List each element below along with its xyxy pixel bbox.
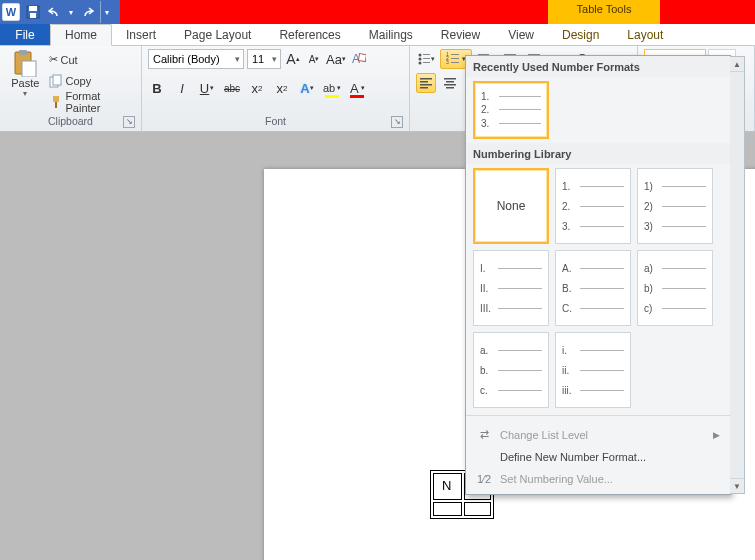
font-launcher[interactable]: ↘ (391, 116, 403, 128)
library-tile-roman-lower[interactable]: i. ii. iii. (555, 332, 631, 408)
library-tile-decimal-dot[interactable]: 1. 2. 3. (555, 168, 631, 244)
format-painter-button[interactable]: Format Painter (49, 91, 135, 112)
cmd-change-list-level[interactable]: ⇄ Change List Level ▶ (468, 423, 728, 446)
cmd-define-new-format[interactable]: Define New Number Format... (468, 446, 728, 468)
group-clipboard: Paste ▾ ✂ Cut Copy Format Painter Clipbo… (0, 46, 142, 131)
library-tile-none[interactable]: None (473, 168, 549, 244)
svg-point-14 (419, 58, 422, 61)
table-cell-a1[interactable]: N (433, 473, 462, 500)
font-group-label: Font (265, 115, 286, 127)
clipboard-launcher[interactable]: ↘ (123, 116, 135, 128)
scroll-up-icon[interactable]: ▲ (730, 57, 744, 72)
undo-split-icon[interactable]: ▾ (66, 1, 76, 23)
superscript-button[interactable]: x2 (273, 78, 291, 98)
clear-formatting-button[interactable]: A (349, 49, 367, 69)
app-icon[interactable]: W (0, 1, 22, 23)
svg-rect-2 (30, 13, 36, 18)
align-left-button[interactable] (416, 73, 436, 93)
change-case-button[interactable]: Aa▾ (326, 49, 346, 69)
library-tile-decimal-paren[interactable]: 1) 2) 3) (637, 168, 713, 244)
bullets-button[interactable]: ▾ (416, 49, 436, 69)
grow-font-button[interactable]: A▴ (284, 49, 302, 69)
table-cell-b2[interactable] (464, 502, 491, 516)
svg-rect-38 (446, 81, 454, 83)
svg-rect-1 (29, 6, 37, 11)
tab-mailings[interactable]: Mailings (355, 24, 427, 45)
change-level-icon: ⇄ (476, 428, 492, 441)
save-button[interactable] (22, 1, 44, 23)
scissors-icon: ✂ (49, 53, 58, 66)
library-tile-alpha-upper[interactable]: A. B. C. (555, 250, 631, 326)
change-level-label: Change List Level (500, 429, 588, 441)
ribbon-tabs: File Home Insert Page Layout References … (0, 24, 755, 46)
redo-button[interactable] (76, 1, 98, 23)
svg-rect-11 (358, 54, 366, 62)
tab-review[interactable]: Review (427, 24, 494, 45)
svg-rect-23 (451, 62, 459, 63)
dropdown-separator (466, 415, 730, 416)
tab-layout[interactable]: Layout (613, 24, 677, 45)
format-painter-label: Format Painter (66, 90, 135, 114)
title-bar: W ▾ ▾ Table Tools (0, 0, 755, 24)
set-value-icon: 1⁄2 (476, 473, 492, 485)
tab-view[interactable]: View (494, 24, 548, 45)
cut-button[interactable]: ✂ Cut (49, 49, 135, 70)
svg-point-16 (419, 62, 422, 65)
paste-button[interactable]: Paste ▾ (6, 49, 45, 98)
font-size-value: 11 (252, 53, 264, 65)
numbering-dropdown: ▲ ▼ Recently Used Number Formats 1. 2. 3… (465, 55, 731, 495)
svg-text:3: 3 (446, 59, 449, 65)
svg-rect-36 (420, 87, 428, 89)
qat-customize-icon[interactable]: ▾ (100, 1, 112, 23)
tab-home[interactable]: Home (50, 24, 112, 46)
tab-design[interactable]: Design (548, 24, 613, 45)
text-effects-button[interactable]: A▾ (298, 78, 316, 98)
font-family-value: Calibri (Body) (153, 53, 220, 65)
brush-icon (49, 95, 63, 109)
recent-formats-header: Recently Used Number Formats (466, 56, 730, 77)
font-size-select[interactable]: 11 (247, 49, 281, 69)
library-header: Numbering Library (466, 143, 730, 164)
shrink-font-button[interactable]: A▾ (305, 49, 323, 69)
library-tile-alpha-lower-dot[interactable]: a. b. c. (473, 332, 549, 408)
copy-button[interactable]: Copy (49, 70, 135, 91)
svg-rect-9 (55, 102, 57, 108)
align-center-button[interactable] (440, 73, 460, 93)
submenu-arrow-icon: ▶ (713, 430, 720, 440)
underline-button[interactable]: U▾ (198, 78, 216, 98)
svg-rect-39 (444, 84, 456, 86)
recent-format-tile[interactable]: 1. 2. 3. (473, 81, 549, 139)
scroll-down-icon[interactable]: ▼ (730, 478, 744, 493)
svg-rect-19 (451, 54, 459, 55)
clipboard-group-label: Clipboard (48, 115, 93, 127)
svg-rect-7 (53, 75, 61, 85)
cmd-set-numbering-value[interactable]: 1⁄2 Set Numbering Value... (468, 468, 728, 490)
bold-button[interactable]: B (148, 78, 166, 98)
svg-rect-17 (423, 62, 430, 63)
undo-button[interactable] (44, 1, 66, 23)
define-format-label: Define New Number Format... (500, 451, 646, 463)
tab-page-layout[interactable]: Page Layout (170, 24, 265, 45)
italic-button[interactable]: I (173, 78, 191, 98)
svg-rect-21 (451, 58, 459, 59)
cut-label: Cut (61, 54, 78, 66)
svg-rect-8 (53, 96, 59, 102)
table-tools-label: Table Tools (556, 3, 652, 15)
tab-references[interactable]: References (265, 24, 354, 45)
subscript-button[interactable]: x2 (248, 78, 266, 98)
group-font: Calibri (Body) 11 A▴ A▾ Aa▾ A B I U▾ abc… (142, 46, 410, 131)
table-cell-a2[interactable] (433, 502, 462, 516)
library-tile-roman-upper[interactable]: I. II. III. (473, 250, 549, 326)
set-value-label: Set Numbering Value... (500, 473, 613, 485)
tab-file[interactable]: File (0, 24, 50, 45)
font-family-select[interactable]: Calibri (Body) (148, 49, 244, 69)
paste-label: Paste (11, 77, 39, 89)
dropdown-scrollbar[interactable]: ▲ ▼ (730, 56, 745, 494)
svg-rect-5 (22, 61, 36, 77)
tab-insert[interactable]: Insert (112, 24, 170, 45)
strike-button[interactable]: abc (223, 78, 241, 98)
font-color-button[interactable]: A▾ (348, 78, 366, 98)
highlight-button[interactable]: ab▾ (323, 78, 341, 98)
paste-icon (10, 49, 40, 77)
library-tile-alpha-lower-paren[interactable]: a) b) c) (637, 250, 713, 326)
